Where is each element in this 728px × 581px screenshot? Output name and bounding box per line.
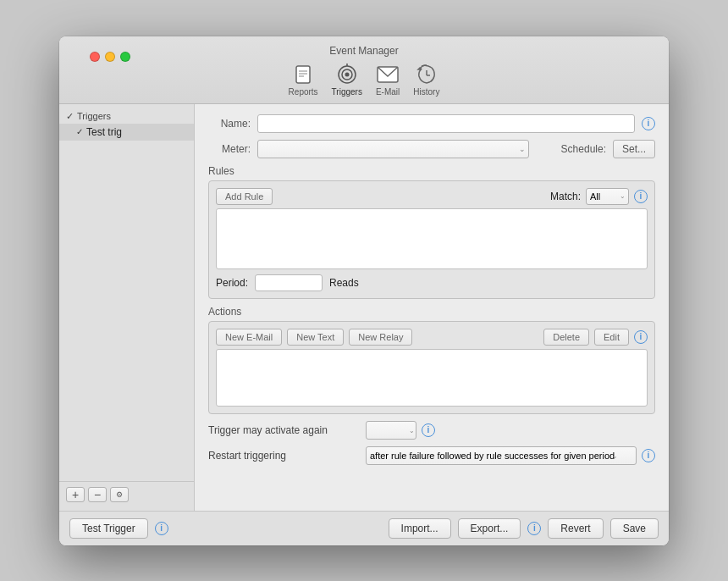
rules-section-header: Rules <box>208 165 655 177</box>
svg-point-6 <box>345 72 349 76</box>
new-email-button[interactable]: New E-Mail <box>216 329 282 346</box>
period-label: Period: <box>216 277 248 289</box>
minimize-button[interactable] <box>105 52 115 62</box>
traffic-lights <box>90 52 130 62</box>
remove-trigger-button[interactable]: − <box>88 487 107 502</box>
sidebar-item-test-trig[interactable]: ✓ Test trig <box>59 124 194 141</box>
meter-select[interactable] <box>257 140 529 158</box>
rules-info-button[interactable]: i <box>634 190 648 203</box>
meter-select-wrapper: ⌄ <box>257 140 529 158</box>
sidebar: ✓ Triggers ✓ Test trig + − ⚙ <box>59 104 195 511</box>
test-trigger-info-button[interactable]: i <box>155 522 168 535</box>
schedule-label: Schedule: <box>561 143 606 155</box>
test-trigger-button[interactable]: Test Trigger <box>69 518 148 539</box>
sidebar-empty-space <box>59 141 194 481</box>
reports-label: Reports <box>289 87 318 97</box>
checkmark-icon: ✓ <box>66 111 74 122</box>
restart-select[interactable]: after rule failure followed by rule succ… <box>366 446 637 465</box>
titlebar: Event Manager Reports <box>59 36 669 104</box>
match-label: Match: <box>550 191 581 202</box>
rules-toolbar-right: Match: All Any None ⌄ i <box>550 188 648 205</box>
rules-area[interactable] <box>216 208 648 269</box>
maximize-button[interactable] <box>120 52 130 62</box>
sidebar-bottom-bar: + − ⚙ <box>59 481 194 507</box>
match-select[interactable]: All Any None <box>586 188 629 205</box>
sidebar-item-label: Test trig <box>86 126 122 138</box>
actions-box: New E-Mail New Text New Relay Delete Edi… <box>208 321 655 414</box>
triggers-icon <box>336 64 358 86</box>
restart-row: Restart triggering after rule failure fo… <box>208 446 655 465</box>
actions-toolbar: New E-Mail New Text New Relay Delete Edi… <box>216 329 648 346</box>
toolbar-item-history[interactable]: History <box>413 64 439 97</box>
toolbar-item-triggers[interactable]: Triggers <box>332 64 362 97</box>
actions-section-header: Actions <box>208 306 655 318</box>
bottom-bar: Test Trigger i Import... Export... i Rev… <box>59 511 669 545</box>
svg-rect-0 <box>296 66 310 83</box>
reports-icon <box>292 64 314 86</box>
edit-button[interactable]: Edit <box>594 329 629 346</box>
add-trigger-button[interactable]: + <box>66 487 85 502</box>
activate-row: Trigger may activate again ⌄ i <box>208 421 655 440</box>
reads-label: Reads <box>329 277 359 289</box>
name-input[interactable] <box>257 114 635 133</box>
rules-toolbar-left: Add Rule <box>216 188 273 205</box>
right-panel: Name: i Meter: ⌄ Schedule: Set... Rules <box>195 104 669 511</box>
window-title: Event Manager <box>329 45 398 57</box>
new-text-button[interactable]: New Text <box>287 329 344 346</box>
meter-label: Meter: <box>208 143 251 155</box>
name-row: Name: i <box>208 114 655 133</box>
export-button[interactable]: Export... <box>458 518 521 539</box>
toolbar-item-reports[interactable]: Reports <box>289 64 318 97</box>
item-check-icon: ✓ <box>76 127 83 136</box>
sidebar-group-label: ✓ Triggers <box>59 108 194 124</box>
history-label: History <box>413 87 439 97</box>
restart-info-button[interactable]: i <box>642 449 655 462</box>
revert-button[interactable]: Revert <box>548 518 603 539</box>
activate-select-wrapper: ⌄ <box>366 421 416 440</box>
rules-section: Rules Add Rule Match: All Any <box>208 165 655 299</box>
main-window: Event Manager Reports <box>59 36 669 545</box>
delete-button[interactable]: Delete <box>543 329 589 346</box>
schedule-set-button[interactable]: Set... <box>613 140 655 158</box>
actions-info-button[interactable]: i <box>634 330 648 344</box>
toolbar: Reports Triggers <box>289 64 440 97</box>
export-info-button[interactable]: i <box>527 522 541 535</box>
extra-trigger-button[interactable]: ⚙ <box>110 487 129 502</box>
name-label: Name: <box>208 118 251 130</box>
actions-area[interactable] <box>216 349 648 407</box>
actions-section: Actions New E-Mail New Text New Relay De… <box>208 306 655 414</box>
main-content: ✓ Triggers ✓ Test trig + − ⚙ Name: i <box>59 104 669 511</box>
sidebar-group-text: Triggers <box>77 111 111 121</box>
history-icon <box>416 64 438 86</box>
activate-info-button[interactable]: i <box>422 423 435 437</box>
close-button[interactable] <box>90 52 100 62</box>
activate-label: Trigger may activate again <box>208 424 361 436</box>
add-rule-button[interactable]: Add Rule <box>216 188 273 205</box>
period-row: Period: Reads <box>216 274 648 291</box>
name-info-button[interactable]: i <box>642 117 655 130</box>
import-button[interactable]: Import... <box>389 518 451 539</box>
email-label: E-Mail <box>376 87 400 97</box>
email-icon <box>377 64 399 86</box>
period-input[interactable] <box>255 274 323 291</box>
save-button[interactable]: Save <box>610 518 659 539</box>
activate-select[interactable] <box>366 421 416 440</box>
new-relay-button[interactable]: New Relay <box>349 329 412 346</box>
triggers-label: Triggers <box>332 87 362 97</box>
rules-toolbar: Add Rule Match: All Any None ⌄ <box>216 188 648 205</box>
restart-label: Restart triggering <box>208 450 361 462</box>
toolbar-item-email[interactable]: E-Mail <box>376 64 400 97</box>
meter-row: Meter: ⌄ Schedule: Set... <box>208 140 655 158</box>
rules-box: Add Rule Match: All Any None ⌄ <box>208 180 655 299</box>
